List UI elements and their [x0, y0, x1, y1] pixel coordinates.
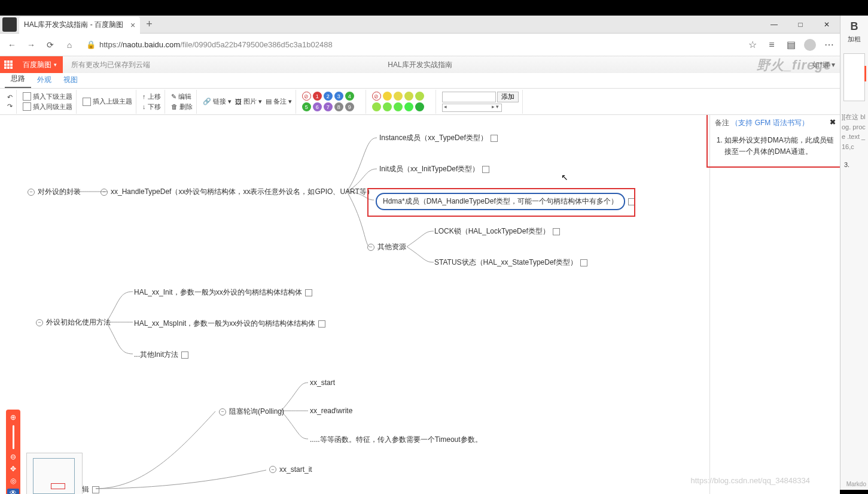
- progress-7[interactable]: [394, 102, 403, 111]
- window-maximize-button[interactable]: □: [787, 16, 814, 34]
- tab-close-icon[interactable]: ×: [130, 20, 135, 30]
- tab-idea[interactable]: 思路: [5, 71, 31, 88]
- node-wrapper-7[interactable]: LOCK锁（HAL_LockTypeDef类型）: [434, 226, 560, 237]
- notes-icon[interactable]: ▤: [785, 39, 797, 51]
- insert-child-button[interactable]: 插入下级主题: [23, 92, 72, 101]
- tag-input[interactable]: [442, 92, 496, 102]
- priority-7[interactable]: 7: [324, 102, 333, 111]
- reading-list-icon[interactable]: ≡: [766, 39, 778, 51]
- node-wrapper-13[interactable]: −阻塞轮询(Polling): [219, 407, 284, 417]
- progress-3[interactable]: [404, 92, 413, 101]
- priority-clear[interactable]: ⊘: [302, 92, 311, 101]
- browser-tab[interactable]: HAL库开发实战指南 - 百度脑图 ×: [19, 17, 140, 34]
- node-wrapper-8[interactable]: STATUS状态（HAL_xx_StateTypeDef类型）: [434, 257, 587, 268]
- collapse-icon[interactable]: −: [367, 244, 374, 251]
- bold-icon[interactable]: B: [840, 20, 868, 33]
- tab-appearance[interactable]: 外观: [31, 72, 57, 88]
- progress-9[interactable]: [415, 102, 424, 111]
- tab-view[interactable]: 视图: [57, 72, 84, 88]
- user-dropdown[interactable]: 如*娜 ▾: [812, 56, 835, 73]
- progress-5[interactable]: [372, 102, 381, 111]
- tag-add-button[interactable]: 添加: [497, 92, 519, 102]
- move-up-button[interactable]: ↑ 上移: [142, 92, 161, 101]
- collapse-icon[interactable]: −: [219, 408, 226, 416]
- note-icon[interactable]: [553, 228, 560, 235]
- zoom-out-icon[interactable]: ⊖: [10, 453, 16, 461]
- note-close-icon[interactable]: ✖: [830, 118, 836, 126]
- zoom-in-icon[interactable]: ⊕: [10, 413, 16, 422]
- note-icon[interactable]: [580, 259, 587, 266]
- move-down-button[interactable]: ↓ 下移: [142, 102, 161, 111]
- priority-3[interactable]: 3: [334, 92, 343, 101]
- forward-button[interactable]: →: [24, 38, 38, 52]
- node-wrapper-1[interactable]: −对外设的封装: [28, 187, 81, 197]
- progress-8[interactable]: [404, 102, 413, 111]
- note-icon[interactable]: [92, 486, 99, 493]
- profile-avatar[interactable]: [804, 39, 816, 51]
- progress-4[interactable]: [415, 92, 424, 101]
- undo-button[interactable]: ↶: [7, 93, 13, 101]
- collapse-icon[interactable]: −: [28, 189, 35, 196]
- priority-8[interactable]: 8: [334, 102, 343, 111]
- link-dropdown[interactable]: 🔗链接 ▾: [203, 97, 232, 106]
- node-wrapper-11[interactable]: HAL_xx_MspInit，参数一般为xx外设的句柄结构体结构体: [134, 319, 325, 329]
- edit-button[interactable]: ✎ 编辑: [171, 92, 193, 101]
- gfm-link[interactable]: （支持 GFM 语法书写）: [731, 119, 808, 127]
- node-wrapper-17[interactable]: −xx_start_it: [269, 465, 312, 474]
- home-button[interactable]: ⌂: [62, 38, 77, 52]
- collapse-icon[interactable]: −: [36, 319, 43, 326]
- node-wrapper-12[interactable]: ...其他Init方法: [134, 350, 188, 360]
- priority-6[interactable]: 6: [313, 102, 322, 111]
- priority-5[interactable]: 5: [302, 102, 311, 111]
- note-icon[interactable]: [305, 289, 312, 296]
- window-close-button[interactable]: ✕: [814, 16, 840, 34]
- node-wrapper-4[interactable]: Init成员（xx_InitTypeDef类型）: [379, 164, 489, 174]
- node-wrapper-14[interactable]: xx_start: [310, 378, 335, 387]
- collapse-icon[interactable]: −: [269, 466, 276, 473]
- zoom-slider[interactable]: [13, 425, 14, 449]
- image-dropdown[interactable]: 🖼图片 ▾: [235, 97, 262, 106]
- priority-2[interactable]: 2: [324, 92, 333, 101]
- priority-4[interactable]: 4: [345, 92, 354, 101]
- document-title[interactable]: HAL库开发实战指南: [388, 60, 452, 70]
- url-bar[interactable]: 🔒 https://naotu.baidu.com/file/0990d5a22…: [81, 37, 742, 53]
- insert-parent-button[interactable]: 插入上级主题: [83, 97, 132, 106]
- new-tab-button[interactable]: +: [146, 18, 153, 31]
- note-body[interactable]: 如果外设支持DMA功能，此成员链接至一个具体的DMA通道。: [710, 131, 840, 161]
- favorite-icon[interactable]: ☆: [747, 39, 759, 51]
- progress-1[interactable]: [383, 92, 392, 101]
- back-button[interactable]: ←: [5, 38, 19, 52]
- minimap[interactable]: [26, 453, 83, 494]
- redo-button[interactable]: ↷: [7, 102, 13, 110]
- priority-9[interactable]: 9: [345, 102, 354, 111]
- progress-2[interactable]: [394, 92, 403, 101]
- mindmap-canvas[interactable]: −对外设的封装 −xx_HandleTypeDef（xx外设句柄结构体，xx表示…: [0, 115, 840, 494]
- note-icon[interactable]: [482, 166, 489, 173]
- collapse-icon[interactable]: −: [100, 189, 108, 196]
- brand-dropdown[interactable]: 百度脑图: [17, 56, 63, 73]
- apps-grid-button[interactable]: [0, 56, 17, 73]
- priority-1[interactable]: 1: [313, 92, 322, 101]
- delete-button[interactable]: 🗑 删除: [171, 102, 193, 111]
- more-icon[interactable]: ⋯: [823, 39, 835, 51]
- node-wrapper-3[interactable]: Instance成员（xx_TypeDef类型）: [379, 133, 498, 143]
- window-minimize-button[interactable]: —: [761, 16, 787, 34]
- progress-clear[interactable]: ⊘: [372, 92, 381, 101]
- node-wrapper-2[interactable]: −xx_HandleTypeDef（xx外设句柄结构体，xx表示任意外设名，如G…: [100, 187, 374, 197]
- node-wrapper-15[interactable]: xx_read\write: [310, 407, 352, 415]
- locate-icon[interactable]: ◎: [10, 477, 16, 485]
- progress-6[interactable]: [383, 102, 392, 111]
- note-icon[interactable]: [181, 351, 188, 359]
- node-wrapper-9[interactable]: −外设初始化使用方法: [36, 317, 111, 328]
- node-wrapper-6[interactable]: −其他资源: [367, 242, 406, 252]
- preview-icon[interactable]: 👁: [7, 489, 19, 494]
- insert-sibling-button[interactable]: 插入同级主题: [23, 102, 72, 111]
- node-wrapper-10[interactable]: HAL_xx_Init，参数一般为xx外设的句柄结构体结构体: [134, 287, 312, 298]
- note-dropdown[interactable]: ▤备注 ▾: [266, 97, 292, 106]
- pan-icon[interactable]: ✥: [10, 465, 16, 473]
- node-wrapper-16[interactable]: .....等等函数。特征，传入参数需要一个Timeout参数。: [310, 435, 482, 445]
- note-icon[interactable]: [318, 320, 325, 328]
- refresh-button[interactable]: ⟳: [43, 38, 57, 52]
- tag-scroller[interactable]: [442, 104, 502, 112]
- note-icon[interactable]: [491, 135, 498, 142]
